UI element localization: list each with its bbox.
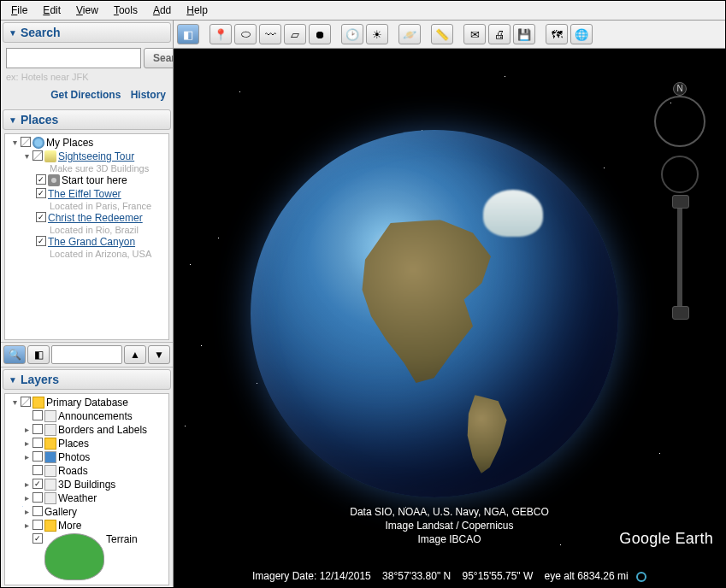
expand-icon[interactable]: ▾: [10, 137, 19, 149]
up-button[interactable]: ▲: [124, 345, 146, 364]
placemark-button[interactable]: 📍: [210, 24, 232, 44]
expand-icon[interactable]: ▸: [22, 451, 31, 463]
planet-button[interactable]: 🪐: [398, 24, 421, 44]
checkbox[interactable]: [21, 137, 31, 147]
save-image-button[interactable]: 💾: [513, 24, 535, 44]
sunlight-button[interactable]: ☀: [366, 24, 388, 44]
search-places-button[interactable]: 🔍: [3, 345, 26, 364]
polygon-button[interactable]: ⬭: [234, 24, 257, 44]
toggle-button[interactable]: ◧: [27, 345, 50, 364]
checkbox[interactable]: [32, 533, 43, 544]
layer-places[interactable]: Places: [58, 438, 89, 450]
expand-icon[interactable]: ▸: [22, 438, 31, 450]
checkbox[interactable]: [32, 479, 43, 489]
layer-gallery[interactable]: Gallery: [44, 506, 77, 518]
brand-logo: Google Earth: [619, 530, 713, 548]
my-places[interactable]: My Places: [46, 137, 93, 149]
layer-roads[interactable]: Roads: [58, 465, 88, 477]
earth-view[interactable]: N Data SIO, NOAA, U.S. Navy, NGA, GEBCO …: [174, 49, 725, 587]
layer-announcements[interactable]: Announcements: [58, 410, 133, 422]
history-link[interactable]: History: [131, 89, 166, 101]
eiffel-tower[interactable]: The Eiffel Tower: [48, 188, 121, 200]
record-button[interactable]: ⏺: [309, 24, 331, 44]
checkbox[interactable]: [32, 424, 43, 434]
expand-icon[interactable]: ▸: [22, 479, 31, 491]
imagery-date: 12/14/2015: [320, 570, 371, 582]
north-indicator[interactable]: N: [673, 82, 687, 96]
christ-desc: Located in Rio, Brazil: [7, 225, 167, 235]
collapse-icon: ▼: [9, 28, 17, 38]
layer-terrain[interactable]: Terrain: [106, 533, 138, 545]
layer-icon: [44, 451, 56, 463]
checkbox[interactable]: [32, 438, 43, 448]
menu-edit[interactable]: Edit: [36, 3, 68, 18]
expand-icon[interactable]: ▸: [22, 424, 31, 436]
search-input[interactable]: [6, 48, 141, 68]
menu-help[interactable]: Help: [180, 3, 215, 18]
checkbox[interactable]: [32, 410, 43, 420]
layers-panel-header[interactable]: ▼ Layers: [3, 369, 171, 390]
checkbox[interactable]: [36, 174, 46, 185]
opacity-slider[interactable]: [51, 345, 122, 364]
zoom-slider[interactable]: [677, 202, 682, 313]
compass[interactable]: N: [654, 96, 705, 147]
checkbox[interactable]: [36, 236, 46, 246]
search-panel-header[interactable]: ▼ Search: [3, 22, 171, 43]
layer-icon: [44, 492, 56, 504]
expand-icon[interactable]: ▸: [22, 506, 31, 518]
layer-icon: [44, 424, 56, 436]
earth-button[interactable]: 🌐: [570, 24, 593, 44]
layer-photos[interactable]: Photos: [58, 451, 90, 463]
expand-icon[interactable]: ▾: [10, 397, 19, 409]
grand-canyon[interactable]: The Grand Canyon: [48, 236, 135, 248]
sightseeing-tour[interactable]: Sightseeing Tour: [58, 150, 134, 162]
layer-borders[interactable]: Borders and Labels: [58, 424, 147, 436]
sidebar: ▼ Search Search ex: Hotels near JFK Get …: [1, 21, 174, 587]
checkbox[interactable]: [32, 520, 43, 530]
checkbox[interactable]: [32, 465, 43, 475]
collapse-icon: ▼: [9, 375, 17, 385]
look-joystick[interactable]: [661, 156, 699, 193]
search-title: Search: [21, 26, 61, 39]
places-panel-header[interactable]: ▼ Places: [3, 109, 171, 130]
menubar: File Edit View Tools Add Help: [1, 1, 725, 21]
checkbox[interactable]: [36, 188, 46, 198]
menu-file[interactable]: File: [4, 3, 34, 18]
email-button[interactable]: ✉: [463, 24, 486, 44]
path-button[interactable]: 〰: [259, 24, 281, 44]
menu-tools[interactable]: Tools: [107, 3, 145, 18]
maps-button[interactable]: 🗺: [546, 24, 568, 44]
layer-3d-buildings[interactable]: 3D Buildings: [58, 479, 115, 491]
places-toolbar: 🔍 ◧ ▲ ▼: [1, 342, 173, 368]
south-america: [460, 395, 513, 473]
checkbox[interactable]: [32, 492, 43, 503]
sidebar-toggle-button[interactable]: ◧: [177, 24, 199, 44]
christ-redeemer[interactable]: Christ the Redeemer: [48, 212, 143, 224]
expand-icon[interactable]: ▾: [22, 150, 31, 162]
layer-more[interactable]: More: [58, 520, 81, 532]
attr-line2: Image Landsat / Copernicus: [350, 519, 549, 532]
overlay-button[interactable]: ▱: [284, 24, 306, 44]
get-directions-link[interactable]: Get Directions: [50, 89, 121, 101]
checkbox[interactable]: [32, 506, 43, 516]
checkbox[interactable]: [21, 397, 31, 407]
expand-icon[interactable]: ▸: [22, 520, 31, 532]
folder-icon: [44, 150, 56, 162]
checkbox[interactable]: [32, 150, 43, 161]
start-tour[interactable]: Start tour here: [62, 174, 127, 186]
primary-database[interactable]: Primary Database: [46, 397, 128, 409]
expand-icon[interactable]: ▸: [22, 492, 31, 504]
menu-view[interactable]: View: [69, 3, 105, 18]
ruler-button[interactable]: 📏: [431, 24, 453, 44]
print-button[interactable]: 🖨: [488, 24, 511, 44]
history-button[interactable]: 🕑: [341, 24, 363, 44]
search-button[interactable]: Search: [144, 48, 174, 68]
layers-tree: ▾Primary Database Announcements ▸Borders…: [4, 393, 169, 585]
checkbox[interactable]: [36, 212, 46, 222]
globe[interactable]: [251, 130, 618, 497]
layer-weather[interactable]: Weather: [58, 492, 97, 504]
attr-line3: Image IBCAO: [350, 532, 549, 546]
down-button[interactable]: ▼: [148, 345, 170, 364]
menu-add[interactable]: Add: [146, 3, 178, 18]
checkbox[interactable]: [32, 451, 43, 462]
